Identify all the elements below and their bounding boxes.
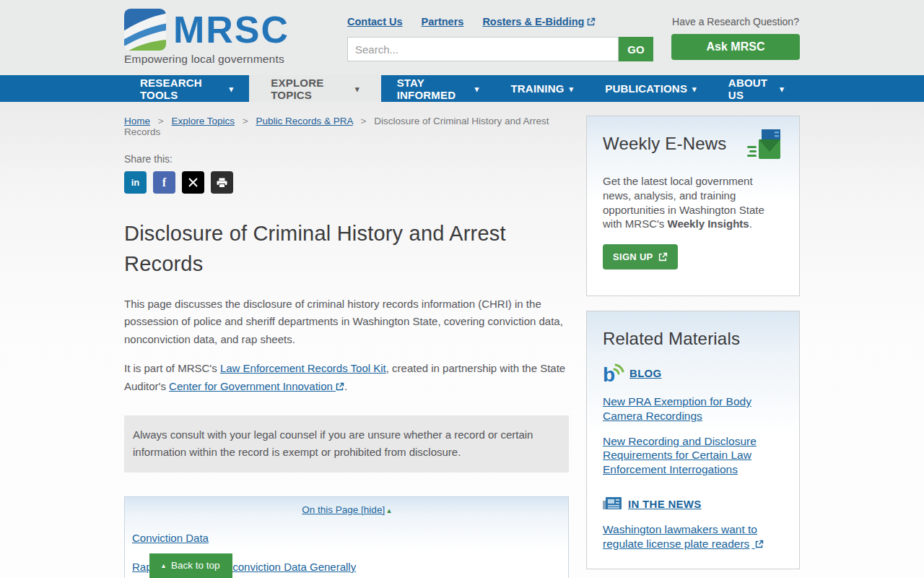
search-input[interactable]: [347, 37, 619, 61]
nav-label: TRAINING: [510, 82, 564, 95]
chevron-down-icon: ▾: [230, 85, 234, 94]
mrsc-logo[interactable]: MRSC Empowering local governments: [124, 9, 289, 66]
search-go-button[interactable]: GO: [619, 37, 653, 61]
share-this-label: Share this:: [124, 153, 569, 165]
p2-pre: It is part of MRSC's: [124, 362, 220, 374]
external-link-icon: [587, 17, 596, 26]
blog-icon: b: [603, 362, 624, 384]
nav-research-tools[interactable]: RESEARCH TOOLS▾: [124, 75, 249, 102]
legal-note-text: Always consult with your legal counsel i…: [133, 426, 560, 462]
weekly-enews-box: Weekly E-News Get the latest local gover…: [586, 116, 800, 296]
article: Disclosure of Criminal History and Arres…: [124, 218, 569, 578]
mrsc-logo-icon: [124, 9, 166, 51]
intro-paragraph: This page discusses the disclosure of cr…: [124, 296, 569, 349]
chevron-down-icon: ▾: [475, 85, 479, 94]
breadcrumb-separator: >: [360, 116, 366, 126]
back-to-top-button[interactable]: ▴ Back to top: [149, 553, 232, 578]
intro-text: This page discusses the disclosure of cr…: [124, 298, 563, 345]
enews-text-end: .: [749, 217, 752, 230]
law-enforcement-toolkit-link[interactable]: Law Enforcement Records Tool Kit: [220, 362, 386, 374]
related-link-interrogations[interactable]: New Recording and Disclosure Requirement…: [603, 434, 783, 477]
p2-end: .: [344, 380, 347, 392]
share-print-button[interactable]: [211, 171, 233, 194]
breadcrumb-home[interactable]: Home: [124, 116, 150, 126]
external-link-icon: [336, 382, 344, 391]
nav-about-us[interactable]: ABOUT US▾: [712, 75, 800, 102]
external-link-icon: [658, 252, 668, 262]
news-link-label: Washington lawmakers want to regulate li…: [603, 523, 757, 550]
back-to-top-label: Back to top: [171, 560, 220, 571]
sign-up-label: SIGN UP: [613, 251, 653, 262]
breadcrumb-explore-topics[interactable]: Explore Topics: [171, 116, 235, 126]
breadcrumb-separator: >: [158, 116, 164, 126]
facebook-icon: f: [162, 176, 166, 189]
nav-label: RESEARCH TOOLS: [140, 77, 225, 101]
breadcrumb-separator: >: [243, 116, 248, 126]
nav-label: STAY INFORMED: [397, 77, 470, 101]
up-triangle-icon: ▴: [162, 561, 165, 569]
page-title: Disclosure of Criminal History and Arres…: [124, 218, 569, 280]
sign-up-button[interactable]: SIGN UP: [603, 244, 678, 269]
nav-explore-topics[interactable]: EXPLORE TOPICS▾: [249, 75, 380, 102]
contact-us-link[interactable]: Contact Us: [347, 16, 403, 27]
blog-category-link[interactable]: BLOG: [629, 367, 662, 379]
legal-note-box: Always consult with your legal counsel i…: [124, 415, 569, 473]
chevron-down-icon: ▾: [355, 85, 359, 94]
related-materials-box: Related Materials b BLOG New PRA Exempti…: [586, 311, 800, 569]
partners-link[interactable]: Partners: [422, 16, 464, 27]
center-gov-innovation-link[interactable]: Center for Government Innovation: [169, 380, 344, 392]
logo-tagline: Empowering local governments: [124, 53, 289, 66]
breadcrumb: Home > Explore Topics > Public Records &…: [124, 116, 569, 137]
svg-text:b: b: [603, 363, 615, 384]
related-link-license-plate-readers[interactable]: Washington lawmakers want to regulate li…: [603, 522, 783, 551]
breadcrumb-public-records[interactable]: Public Records & PRA: [256, 116, 352, 126]
nav-label: PUBLICATIONS: [605, 82, 687, 95]
printer-icon: [217, 178, 227, 188]
linkedin-icon: in: [131, 177, 140, 188]
research-question-label: Have a Research Question?: [671, 16, 800, 27]
toolkit-paragraph: It is part of MRSC's Law Enforcement Rec…: [124, 360, 569, 395]
on-this-page-toggle[interactable]: On this Page [hide]: [302, 504, 385, 515]
nav-publications[interactable]: PUBLICATIONS▾: [589, 75, 712, 102]
share-facebook-button[interactable]: f: [153, 171, 175, 194]
external-link-icon: [755, 540, 764, 548]
toc-link-conviction-data[interactable]: Conviction Data: [132, 532, 561, 544]
nav-stay-informed[interactable]: STAY INFORMED▾: [381, 75, 495, 102]
related-materials-title: Related Materials: [603, 329, 783, 349]
nav-training[interactable]: TRAINING▾: [494, 75, 589, 102]
logo-wordmark: MRSC: [173, 9, 289, 50]
enews-text-bold: Weekly Insights: [668, 217, 749, 230]
share-linkedin-button[interactable]: in: [124, 171, 147, 194]
chevron-down-icon: ▾: [780, 85, 784, 94]
ask-mrsc-button[interactable]: Ask MRSC: [671, 34, 800, 60]
in-the-news-category-link[interactable]: IN THE NEWS: [628, 498, 702, 510]
chevron-down-icon: ▾: [570, 85, 574, 94]
newsletter-envelope-icon: [747, 128, 785, 161]
related-link-body-camera[interactable]: New PRA Exemption for Body Camera Record…: [603, 394, 783, 423]
rosters-ebidding-link[interactable]: Rosters & E-Bidding: [482, 16, 596, 27]
nav-label: ABOUT US: [728, 77, 775, 101]
site-header: MRSC Empowering local governments Contac…: [0, 0, 924, 75]
x-icon: [188, 178, 198, 187]
rosters-label: Rosters & E-Bidding: [482, 16, 584, 27]
main-nav: RESEARCH TOOLS▾ EXPLORE TOPICS▾ STAY INF…: [0, 75, 924, 102]
enews-description: Get the latest local government news, an…: [603, 174, 775, 231]
sidebar: Weekly E-News Get the latest local gover…: [586, 116, 800, 578]
share-x-button[interactable]: [182, 171, 204, 194]
newspaper-icon: [603, 496, 623, 512]
collapse-triangle-icon: ▴: [387, 506, 391, 515]
utility-nav: Contact Us Partners Rosters & E-Bidding: [347, 16, 653, 27]
share-buttons: in f: [124, 171, 569, 194]
p2-link2-label: Center for Government Innovation: [169, 380, 333, 392]
chevron-down-icon: ▾: [692, 85, 697, 94]
nav-label: EXPLORE TOPICS: [271, 77, 350, 101]
